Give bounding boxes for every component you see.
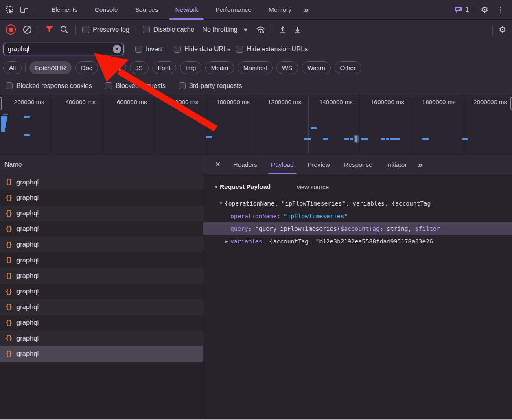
tab-performance[interactable]: Performance [207, 0, 260, 20]
hide-extension-urls-checkbox[interactable]: Hide extension URLs [236, 46, 308, 53]
request-row[interactable]: {}graphql [0, 174, 203, 190]
detail-tab-initiator[interactable]: Initiator [379, 156, 414, 174]
payload-tree-row[interactable]: operationName: "ipFlowTimeseries" [203, 210, 512, 222]
json-braces-icon: {} [5, 303, 12, 311]
timeline-tick-label: 1200000 ms [257, 95, 309, 155]
chip-doc[interactable]: Doc [75, 61, 98, 74]
detail-tab-preview[interactable]: Preview [301, 156, 337, 174]
overview-right-handle[interactable] [510, 97, 512, 110]
filter-input[interactable] [3, 43, 124, 55]
tree-toggle-icon[interactable]: ▶ [223, 239, 230, 243]
request-row[interactable]: {}graphql [0, 346, 203, 361]
hide-data-urls-checkbox[interactable]: Hide data URLs [174, 46, 230, 53]
throttling-select[interactable]: No throttling ▼ [201, 26, 249, 33]
settings-gear-icon[interactable]: ⚙ [481, 5, 488, 15]
view-source-link[interactable]: view source [297, 184, 329, 190]
overview-left-handle[interactable] [0, 97, 2, 110]
payload-segment: $accountTag [341, 225, 380, 232]
network-settings-gear-icon[interactable]: ⚙ [499, 25, 506, 35]
clear-network-log-icon[interactable] [22, 25, 32, 35]
payload-tree-row[interactable]: ▶variables: {accountTag: "b12e3b2192ee55… [203, 235, 512, 247]
tab-console[interactable]: Console [86, 0, 127, 20]
issues-bubble-icon [454, 6, 462, 14]
request-row[interactable]: {}graphql [0, 206, 203, 221]
detail-tabs: ✕ HeadersPayloadPreviewResponseInitiator… [203, 155, 512, 174]
request-row[interactable]: {}graphql [0, 284, 203, 299]
request-timing-bar [422, 138, 429, 140]
payload-tree-row[interactable]: ▼{operationName: "ipFlowTimeseries", var… [203, 197, 512, 210]
checkbox-label: 3rd-party requests [189, 82, 242, 90]
json-braces-icon: {} [5, 350, 12, 357]
invert-checkbox[interactable]: Invert [135, 46, 162, 53]
chip-fetch-xhr[interactable]: Fetch/XHR [29, 61, 72, 74]
export-har-icon[interactable] [293, 26, 302, 34]
chip-all[interactable]: All [3, 61, 22, 74]
device-toolbar-icon[interactable] [20, 5, 29, 15]
disable-cache-checkbox[interactable]: Disable cache [143, 26, 195, 33]
clear-filter-icon[interactable]: ✕ [113, 45, 121, 53]
request-row[interactable]: {}graphql [0, 330, 203, 346]
menu-kebab-icon[interactable]: ⋮ [494, 5, 507, 15]
detail-tab-headers[interactable]: Headers [226, 156, 264, 174]
checkbox[interactable] [105, 82, 112, 89]
chip-ws[interactable]: WS [276, 61, 298, 74]
checkbox-label: Blocked response cookies [16, 82, 92, 90]
tree-toggle-icon[interactable]: ▼ [217, 201, 225, 206]
request-row[interactable]: {}graphql [0, 315, 203, 330]
import-har-icon[interactable] [279, 26, 287, 34]
chip-js[interactable]: JS [130, 61, 149, 74]
checkbox[interactable] [143, 26, 150, 33]
checkbox[interactable] [6, 82, 13, 89]
request-timing-bar [311, 127, 317, 129]
issues-count: 1 [465, 6, 469, 13]
network-overview-timeline[interactable]: 200000 ms400000 ms600000 ms800000 ms1000… [0, 95, 512, 155]
chip-font[interactable]: Font [152, 61, 176, 74]
blocked-response-cookies-checkbox[interactable]: Blocked response cookies [6, 82, 92, 90]
record-network-log-icon[interactable] [6, 24, 16, 35]
chip-other[interactable]: Other [335, 61, 362, 74]
more-detail-tabs-icon[interactable]: » [414, 160, 427, 169]
chip-img[interactable]: Img [180, 61, 202, 74]
blocked-requests-checkbox[interactable]: Blocked requests [105, 82, 166, 90]
issues-button[interactable]: 1 [454, 6, 469, 14]
checkbox[interactable] [82, 26, 89, 33]
checkbox[interactable] [179, 82, 186, 89]
payload-segment: : string, [380, 225, 415, 232]
filter-row: ✕ Invert Hide data URLs Hide extension U… [0, 39, 512, 59]
detail-tab-payload[interactable]: Payload [264, 156, 301, 174]
collapse-toggle-icon[interactable]: ▼ [212, 185, 220, 189]
request-row[interactable]: {}graphql [0, 299, 203, 315]
checkbox[interactable] [236, 46, 243, 52]
chip-manifest[interactable]: Manifest [238, 61, 273, 74]
checkbox[interactable] [174, 46, 181, 52]
payload-tree-row[interactable]: query: "query ipFlowTimeseries($accountT… [203, 222, 512, 235]
tab-sources[interactable]: Sources [127, 0, 167, 20]
tab-elements[interactable]: Elements [43, 0, 86, 20]
name-column-header[interactable]: Name [0, 155, 203, 174]
request-name: graphql [16, 209, 39, 217]
chip-wasm[interactable]: Wasm [302, 61, 330, 74]
request-row[interactable]: {}graphql [0, 190, 203, 205]
tab-network[interactable]: Network [166, 0, 207, 20]
preserve-log-checkbox[interactable]: Preserve log [82, 26, 129, 33]
request-row[interactable]: {}graphql [0, 237, 203, 252]
chip-media[interactable]: Media [205, 61, 234, 74]
more-panels-icon[interactable]: » [300, 5, 313, 14]
tab-memory[interactable]: Memory [260, 0, 300, 20]
search-icon[interactable] [60, 25, 69, 34]
detail-tab-response[interactable]: Response [337, 156, 379, 174]
checkbox[interactable] [135, 46, 142, 52]
filter-funnel-icon[interactable] [46, 26, 53, 33]
dropdown-caret-icon: ▼ [242, 27, 248, 32]
json-braces-icon: {} [5, 288, 12, 295]
chip-css[interactable]: CSS [102, 61, 126, 74]
timeline-tick-label: 1400000 ms [309, 95, 360, 155]
close-detail-icon[interactable]: ✕ [209, 160, 226, 169]
3rd-party-requests-checkbox[interactable]: 3rd-party requests [179, 82, 242, 90]
request-name: graphql [16, 350, 39, 358]
inspect-element-icon[interactable] [5, 5, 15, 15]
request-row[interactable]: {}graphql [0, 221, 203, 236]
network-conditions-icon[interactable] [256, 26, 265, 34]
request-row[interactable]: {}graphql [0, 252, 203, 268]
request-row[interactable]: {}graphql [0, 268, 203, 283]
